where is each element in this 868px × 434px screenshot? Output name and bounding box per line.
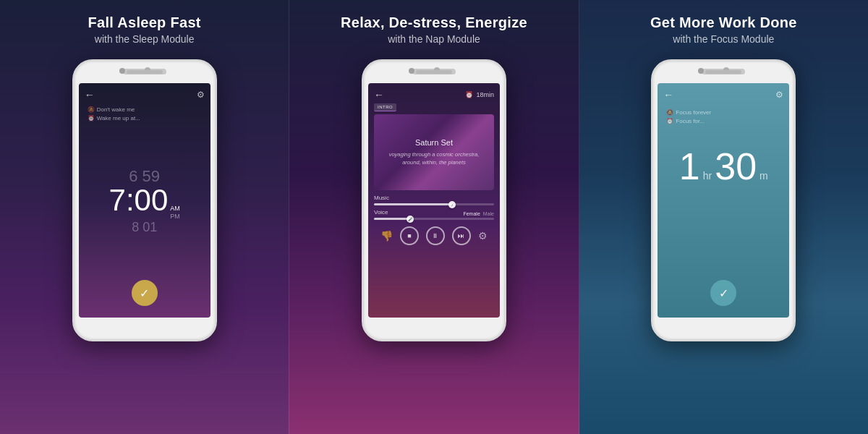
- focus-title: Get More Work Done: [650, 13, 797, 32]
- voice-track: 🎤: [374, 218, 494, 220]
- pm-option[interactable]: PM: [170, 213, 180, 220]
- time-next: 8 01: [132, 220, 157, 236]
- time-current: 7:00 AM PM: [109, 185, 180, 220]
- voice-thumb-icon: 🎤: [408, 217, 412, 221]
- phone-camera: [119, 68, 125, 74]
- settings-icon[interactable]: ⚙: [197, 90, 205, 100]
- sleep-header: Fall Asleep Fast with the Sleep Module: [73, 0, 215, 54]
- alarm-icon: ⏰: [88, 115, 95, 122]
- focus-topbar: ← ⚙: [663, 89, 783, 101]
- sleep-subtitle: with the Sleep Module: [88, 33, 200, 45]
- phone-speaker: [127, 70, 163, 74]
- music-fill: [374, 203, 452, 205]
- music-slider[interactable]: ♪: [374, 203, 494, 205]
- back-arrow-icon[interactable]: ←: [85, 89, 95, 101]
- focus-time-display: 1 hr 30 m: [679, 148, 768, 273]
- album-description: voyaging through a cosmic orchestra, aro…: [374, 151, 494, 166]
- nap-screen: ← ⏰ 18min INTRO Saturn Set voyaging thro…: [368, 83, 500, 318]
- sleep-panel: Fall Asleep Fast with the Sleep Module ←…: [0, 0, 289, 434]
- phone-speaker-3: [705, 70, 741, 74]
- music-track: ♪: [374, 203, 494, 205]
- focus-for-option[interactable]: ⏰ Focus for...: [666, 118, 705, 124]
- focus-minutes: 30: [715, 148, 757, 185]
- voice-label: Voice: [374, 209, 388, 216]
- nap-subtitle: with the Nap Module: [341, 33, 527, 45]
- focus-hr-unit: hr: [703, 170, 712, 182]
- voice-options: Female Male: [463, 211, 494, 216]
- focus-options: 🔕 Focus forever ⏰ Focus for...: [663, 109, 783, 124]
- gear-icon-player[interactable]: ⚙: [478, 230, 488, 242]
- thumbs-down-icon[interactable]: 👎: [380, 230, 393, 242]
- am-option[interactable]: AM: [170, 205, 180, 212]
- settings-icon-focus[interactable]: ⚙: [775, 90, 783, 100]
- focus-forever-icon: 🔕: [666, 109, 673, 116]
- music-thumb-icon: ♪: [450, 203, 454, 207]
- stop-button[interactable]: ■: [400, 226, 419, 245]
- album-title: Saturn Set: [415, 138, 453, 147]
- voice-fill: [374, 218, 410, 220]
- nap-title: Relax, De-stress, Energize: [341, 13, 527, 32]
- nap-phone: ← ⏰ 18min INTRO Saturn Set voyaging thro…: [362, 59, 506, 341]
- focus-subtitle: with the Focus Module: [650, 33, 797, 45]
- female-option[interactable]: Female: [463, 211, 480, 216]
- focus-hours: 1: [679, 148, 700, 185]
- phone-speaker-2: [416, 70, 452, 74]
- no-wake-icon: 🔕: [88, 106, 95, 113]
- clock-icon: ⏰: [465, 91, 473, 98]
- nap-topbar: ← ⏰ 18min: [374, 89, 494, 101]
- phone-camera-3: [698, 68, 704, 74]
- skip-button[interactable]: ⏭: [452, 226, 471, 245]
- pause-button[interactable]: ⏸: [426, 226, 445, 245]
- music-thumb[interactable]: ♪: [448, 201, 456, 208]
- focus-screen: ← ⚙ 🔕 Focus forever ⏰ Focus for... 1 hr: [658, 83, 789, 318]
- nap-header: Relax, De-stress, Energize with the Nap …: [326, 0, 542, 54]
- focus-min-unit: m: [760, 170, 768, 182]
- wake-options: 🔕 Don't wake me ⏰ Wake me up at...: [85, 106, 205, 122]
- ampm-selector: AM PM: [170, 205, 180, 220]
- focus-header: Get More Work Done with the Focus Module: [636, 0, 812, 54]
- player-controls: 👎 ■ ⏸ ⏭ ⚙: [374, 226, 494, 245]
- focus-phone: ← ⚙ 🔕 Focus forever ⏰ Focus for... 1 hr: [651, 59, 796, 341]
- sleep-title: Fall Asleep Fast: [88, 13, 200, 32]
- focus-for-icon: ⏰: [666, 118, 673, 124]
- focus-confirm-button[interactable]: ✓: [710, 280, 736, 306]
- focus-panel: Get More Work Done with the Focus Module…: [579, 0, 868, 434]
- nap-panel: Relax, De-stress, Energize with the Nap …: [289, 0, 579, 434]
- time-scroll: 6 59 7:00 AM PM 8 01: [109, 130, 180, 273]
- voice-row: Voice Female Male: [374, 209, 494, 218]
- focus-forever-option[interactable]: 🔕 Focus forever: [666, 109, 711, 116]
- sleep-screen: ← ⚙ 🔕 Don't wake me ⏰ Wake me up at... 6…: [79, 83, 210, 318]
- album-art: Saturn Set voyaging through a cosmic orc…: [374, 114, 494, 190]
- nap-timer: ⏰ 18min: [465, 91, 494, 98]
- intro-badge: INTRO: [374, 103, 396, 111]
- wake-at-option[interactable]: ⏰ Wake me up at...: [88, 115, 140, 122]
- back-arrow-icon-2[interactable]: ←: [374, 89, 384, 101]
- sleep-phone: ← ⚙ 🔕 Don't wake me ⏰ Wake me up at... 6…: [72, 59, 217, 341]
- back-arrow-icon-3[interactable]: ←: [663, 89, 673, 101]
- time-main-display: 7:00: [109, 185, 169, 216]
- music-label: Music: [374, 195, 494, 201]
- male-option[interactable]: Male: [483, 211, 494, 216]
- sleep-confirm-button[interactable]: ✓: [132, 280, 158, 306]
- no-wake-option[interactable]: 🔕 Don't wake me: [88, 106, 135, 113]
- voice-thumb[interactable]: 🎤: [407, 216, 414, 223]
- voice-slider[interactable]: 🎤: [374, 218, 494, 220]
- sleep-topbar: ← ⚙: [85, 89, 205, 101]
- phone-camera-2: [409, 68, 414, 74]
